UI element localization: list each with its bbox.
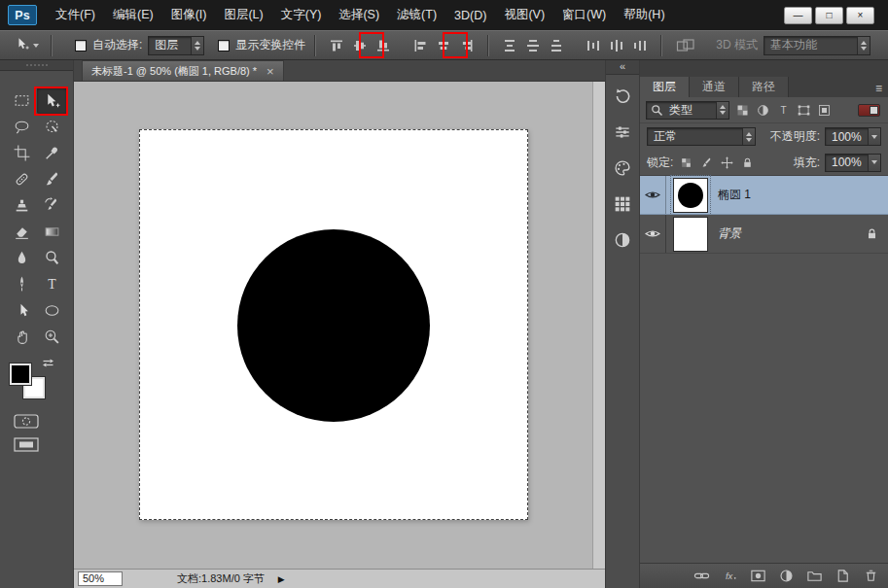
zoom-tool[interactable] xyxy=(37,324,67,350)
distribute-left-edges-button[interactable] xyxy=(582,34,605,57)
history-brush-tool[interactable] xyxy=(37,192,67,219)
tab-paths[interactable]: 路径 xyxy=(739,77,789,97)
ellipse-tool[interactable] xyxy=(37,297,67,324)
opacity-dropdown[interactable]: 100% xyxy=(825,127,881,146)
new-group-button[interactable] xyxy=(804,567,824,586)
color-panel-button[interactable] xyxy=(610,156,635,180)
maximize-button[interactable]: □ xyxy=(815,7,843,24)
3d-mode-dropdown[interactable]: 基本功能 xyxy=(764,36,870,55)
align-horizontal-centers-button[interactable] xyxy=(432,34,455,57)
blur-tool[interactable] xyxy=(7,245,37,271)
chevron-down-icon[interactable] xyxy=(868,128,880,145)
properties-panel-button[interactable] xyxy=(610,121,635,144)
eyedropper-tool[interactable] xyxy=(37,140,67,166)
rectangular-marquee-tool[interactable] xyxy=(7,87,37,114)
panel-group-header[interactable] xyxy=(640,60,888,77)
vertical-scrollbar[interactable] xyxy=(592,82,605,569)
auto-select-checkbox[interactable] xyxy=(75,40,87,52)
adjustments-panel-button[interactable] xyxy=(610,228,635,252)
spinner-arrows-icon[interactable] xyxy=(191,37,203,54)
delete-layer-button[interactable] xyxy=(861,567,880,586)
align-vertical-centers-button[interactable] xyxy=(348,34,372,57)
clone-stamp-tool[interactable] xyxy=(7,192,37,219)
menu-item[interactable]: 编辑(E) xyxy=(104,0,162,30)
panel-menu-icon[interactable]: ≡ xyxy=(875,83,882,94)
menu-item[interactable]: 滤镜(T) xyxy=(388,0,445,30)
lock-image-pixels-button[interactable] xyxy=(697,154,716,172)
distribute-bottom-edges-button[interactable] xyxy=(545,34,568,57)
screen-mode-button[interactable] xyxy=(14,437,39,455)
filter-type-dropdown[interactable]: 类型 xyxy=(646,101,729,120)
filter-shape-layers-button[interactable] xyxy=(794,101,814,120)
swap-colors-icon[interactable] xyxy=(41,356,55,373)
layer-style-button[interactable]: fx xyxy=(720,567,739,586)
tab-channels[interactable]: 通道 xyxy=(690,77,739,97)
menu-item[interactable]: 选择(S) xyxy=(330,0,388,30)
type-tool[interactable]: T xyxy=(37,271,67,297)
filter-pixel-layers-button[interactable] xyxy=(732,101,753,120)
visibility-toggle[interactable] xyxy=(640,176,666,214)
auto-select-target-dropdown[interactable]: 图层 xyxy=(148,36,204,55)
quick-selection-tool[interactable] xyxy=(37,114,67,140)
lock-position-button[interactable] xyxy=(718,154,736,172)
menu-item[interactable]: 图像(I) xyxy=(162,0,216,30)
blend-mode-dropdown[interactable]: 正常 xyxy=(647,127,756,146)
link-layers-button[interactable] xyxy=(692,567,711,586)
path-selection-tool[interactable] xyxy=(7,297,37,324)
chevron-down-icon[interactable] xyxy=(868,155,880,171)
menu-item[interactable]: 文字(Y) xyxy=(272,0,331,30)
eraser-tool[interactable] xyxy=(7,219,37,245)
document-canvas[interactable] xyxy=(139,129,528,520)
menu-item[interactable]: 图层(L) xyxy=(215,0,271,30)
filter-adjustment-layers-button[interactable] xyxy=(753,101,773,120)
align-bottom-edges-button[interactable] xyxy=(372,34,395,57)
history-panel-button[interactable] xyxy=(610,85,635,108)
distribute-top-edges-button[interactable] xyxy=(498,34,521,57)
tab-layers[interactable]: 图层 xyxy=(640,77,690,97)
layer-row-background[interactable]: 背景 xyxy=(640,215,888,254)
align-right-edges-button[interactable] xyxy=(455,34,479,57)
distribute-vertical-centers-button[interactable] xyxy=(521,34,545,57)
align-top-edges-button[interactable] xyxy=(325,34,348,57)
minimize-button[interactable]: — xyxy=(784,7,812,24)
ellipse-shape[interactable] xyxy=(237,229,430,422)
close-button[interactable]: × xyxy=(846,7,874,24)
align-left-edges-button[interactable] xyxy=(408,34,432,57)
quick-mask-button[interactable] xyxy=(14,414,39,432)
show-transform-checkbox[interactable] xyxy=(218,40,230,52)
toolbar-grip[interactable] xyxy=(0,60,73,71)
menu-item[interactable]: 视图(V) xyxy=(495,0,553,30)
add-layer-mask-button[interactable] xyxy=(748,567,767,586)
swatches-panel-button[interactable] xyxy=(610,192,635,216)
crop-tool[interactable] xyxy=(7,140,37,166)
zoom-level-field[interactable]: 50% xyxy=(78,571,123,586)
menu-item[interactable]: 文件(F) xyxy=(47,0,104,30)
filter-smart-objects-button[interactable] xyxy=(814,101,835,120)
gradient-tool[interactable] xyxy=(37,219,67,245)
canvas-viewport[interactable] xyxy=(74,82,605,569)
auto-align-layers-button[interactable] xyxy=(671,34,700,57)
hand-tool[interactable] xyxy=(7,324,37,350)
spinner-arrows-icon[interactable] xyxy=(742,128,755,145)
layer-thumbnail[interactable] xyxy=(673,178,708,213)
spot-healing-brush-tool[interactable] xyxy=(7,166,37,192)
move-tool[interactable] xyxy=(37,87,67,114)
dodge-tool[interactable] xyxy=(37,245,67,271)
brush-tool[interactable] xyxy=(37,166,67,192)
layer-row-ellipse[interactable]: 椭圆 1 xyxy=(640,176,888,215)
expand-panels-icon[interactable]: « xyxy=(606,60,639,75)
layer-thumbnail[interactable] xyxy=(673,217,708,252)
spinner-arrows-icon[interactable] xyxy=(716,102,728,119)
lock-all-button[interactable] xyxy=(738,154,757,172)
document-tab[interactable]: 未标题-1 @ 50% (椭圆 1, RGB/8) * × xyxy=(82,60,284,81)
new-adjustment-layer-button[interactable] xyxy=(776,567,796,586)
menu-item[interactable]: 窗口(W) xyxy=(553,0,615,30)
menu-item[interactable]: 3D(D) xyxy=(445,0,495,30)
lasso-tool[interactable] xyxy=(7,114,37,140)
spinner-arrows-icon[interactable] xyxy=(857,37,870,54)
distribute-horizontal-centers-button[interactable] xyxy=(605,34,628,57)
menu-item[interactable]: 帮助(H) xyxy=(615,0,673,30)
filter-toggle[interactable] xyxy=(858,104,880,117)
new-layer-button[interactable] xyxy=(833,567,852,586)
filter-type-layers-button[interactable]: T xyxy=(773,101,794,120)
